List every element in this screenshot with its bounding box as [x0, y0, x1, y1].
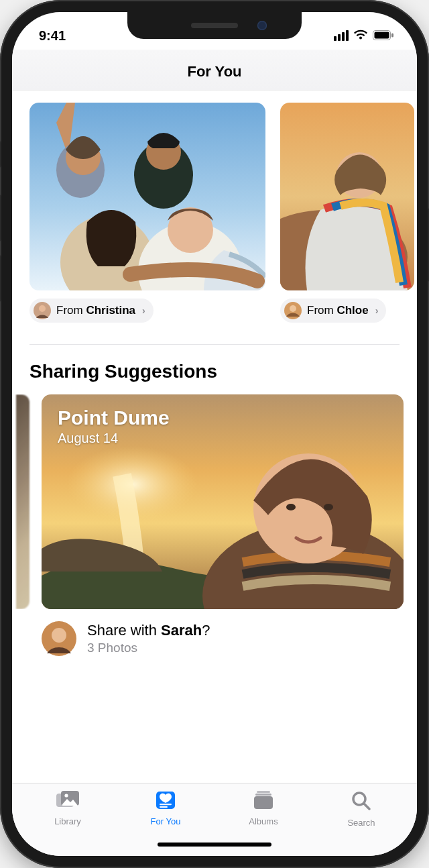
- volume-up-button: [0, 195, 1, 241]
- chevron-right-icon: ›: [375, 305, 379, 316]
- svg-rect-34: [257, 791, 270, 793]
- svg-rect-2: [391, 33, 393, 37]
- svg-rect-33: [160, 806, 168, 808]
- for-you-icon: [154, 790, 177, 813]
- albums-icon: [252, 790, 275, 813]
- tab-search[interactable]: Search: [321, 790, 402, 828]
- page-title: For You: [12, 63, 417, 80]
- suggestion-card[interactable]: Point Dume August 14: [42, 394, 404, 609]
- shared-photo[interactable]: [29, 103, 265, 290]
- sharing-suggestions-strip[interactable]: Point Dume August 14: [12, 394, 417, 609]
- from-pill[interactable]: From Chloe ›: [280, 299, 386, 323]
- iphone-frame: 9:41 For You: [0, 0, 429, 868]
- share-question: Share with Sarah?: [87, 622, 210, 639]
- svg-point-14: [39, 305, 46, 312]
- chevron-right-icon: ›: [142, 305, 145, 316]
- svg-point-30: [64, 794, 68, 797]
- avatar-icon: [34, 302, 51, 319]
- suggestion-title: Point Dume: [58, 406, 170, 429]
- nav-bar: For You: [12, 50, 417, 91]
- share-text: Share with Sarah? 3 Photos: [87, 622, 210, 655]
- svg-point-25: [324, 504, 333, 510]
- mute-switch: [0, 141, 1, 168]
- status-time: 9:41: [39, 28, 66, 44]
- from-label: From Chloe: [307, 304, 369, 317]
- svg-point-27: [52, 628, 66, 643]
- svg-line-38: [364, 804, 369, 809]
- svg-rect-32: [160, 804, 172, 805]
- tab-label: Library: [54, 816, 81, 826]
- tab-for-you[interactable]: For You: [125, 790, 206, 826]
- tab-label: For You: [151, 816, 181, 826]
- library-icon: [56, 790, 80, 813]
- share-prompt[interactable]: Share with Sarah? 3 Photos: [12, 609, 417, 669]
- shared-with-you-strip[interactable]: From Christina ›: [12, 103, 417, 323]
- suggestion-subtitle: August 14: [58, 431, 170, 446]
- suggestion-overlay: Point Dume August 14: [58, 406, 170, 446]
- from-label: From Christina: [56, 304, 135, 317]
- front-camera: [257, 21, 267, 30]
- tab-albums[interactable]: Albums: [223, 790, 304, 826]
- svg-rect-1: [375, 32, 389, 38]
- wifi-icon: [353, 28, 368, 44]
- speaker: [191, 23, 238, 28]
- svg-point-24: [286, 504, 296, 510]
- status-icons: [334, 28, 394, 44]
- svg-rect-35: [255, 794, 271, 796]
- tab-label: Search: [347, 818, 375, 828]
- divider: [29, 344, 400, 345]
- avatar-icon: [284, 302, 302, 319]
- share-meta: 3 Photos: [87, 641, 210, 655]
- shared-card[interactable]: From Christina ›: [29, 103, 265, 323]
- avatar-icon: [42, 621, 76, 656]
- notch: [127, 12, 302, 39]
- cellular-icon: [334, 30, 349, 41]
- tab-label: Albums: [249, 816, 278, 826]
- shared-card[interactable]: From Chloe ›: [280, 103, 414, 323]
- tab-library[interactable]: Library: [27, 790, 108, 826]
- shared-photo[interactable]: [280, 103, 414, 290]
- tab-bar: Library For You Albums Search: [12, 783, 417, 833]
- svg-point-19: [290, 305, 296, 312]
- home-indicator[interactable]: [12, 833, 417, 856]
- svg-rect-36: [254, 796, 273, 809]
- for-you-content[interactable]: From Christina ›: [12, 91, 417, 783]
- battery-icon: [373, 28, 394, 44]
- search-icon: [351, 790, 372, 814]
- volume-down-button: [0, 255, 1, 302]
- suggestion-peek[interactable]: [16, 394, 29, 609]
- section-heading: Sharing Suggestions: [12, 361, 417, 394]
- from-pill[interactable]: From Christina ›: [29, 299, 154, 323]
- screen: 9:41 For You: [12, 12, 417, 856]
